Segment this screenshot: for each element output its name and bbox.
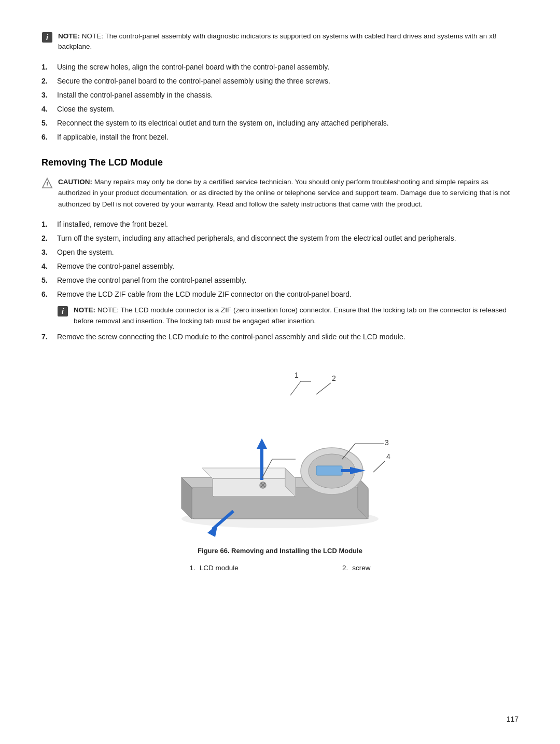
svg-rect-18 (341, 469, 351, 472)
step-text-2: Secure the control-panel board to the co… (57, 77, 330, 85)
lcd-diagram-svg: 1 2 3 4 (150, 358, 410, 540)
lcd-diagram: 1 2 3 4 (150, 358, 410, 540)
step-text-3: Install the control-panel assembly in th… (57, 91, 213, 99)
step-num-1: 1. (41, 62, 48, 73)
caution-content: Many repairs may only be done by a certi… (58, 178, 510, 208)
svg-line-29 (316, 383, 331, 394)
remove-step-text-5: Remove the control panel from the contro… (57, 276, 246, 284)
step-text-5: Reconnect the system to its electrical o… (57, 119, 389, 127)
figure-label-1: 1. LCD module (190, 564, 239, 572)
figure-label-text-2: screw (352, 564, 370, 572)
remove-step-2: 2.Turn off the system, including any att… (57, 233, 519, 244)
figure-label-2: 2. screw (342, 564, 371, 572)
svg-marker-20 (257, 438, 267, 449)
remove-step-num-7: 7. (41, 332, 48, 342)
note-text-1: NOTE: NOTE: The control-panel assembly w… (58, 31, 519, 52)
svg-text:3: 3 (385, 438, 389, 447)
remove-step-text-4: Remove the control-panel assembly. (57, 262, 174, 270)
note-label-1: NOTE: (58, 32, 80, 40)
install-step-5: 5.Reconnect the system to its electrical… (57, 118, 519, 129)
step-text-6: If applicable, install the front bezel. (57, 133, 169, 141)
remove-step-num-5: 5. (41, 275, 48, 286)
step-text-4: Close the system. (57, 105, 115, 113)
remove-step-text-2: Turn off the system, including any attac… (57, 234, 456, 242)
figure-label-num-1: 1. (190, 564, 195, 572)
step-num-6: 6. (41, 132, 48, 143)
svg-text:!: ! (46, 181, 48, 187)
install-step-3: 3.Install the control-panel assembly in … (57, 90, 519, 101)
figure-labels: 1. LCD module 2. screw (190, 564, 371, 572)
figure-area: 1 2 3 4 Figure 66. Removing and Installi… (41, 358, 519, 572)
note-content-1: NOTE: The control-panel assembly with di… (58, 32, 496, 50)
svg-line-34 (373, 461, 385, 472)
svg-marker-12 (202, 468, 296, 478)
svg-rect-11 (213, 478, 296, 497)
svg-rect-16 (316, 466, 342, 475)
step7-list: 7.Remove the screw connecting the LCD mo… (41, 332, 519, 342)
remove-step-text-6: Remove the LCD ZIF cable from the LCD mo… (57, 290, 352, 298)
remove-step-num-1: 1. (41, 219, 48, 230)
note-label-2: NOTE: (74, 306, 95, 314)
section-heading: Removing The LCD Module (41, 157, 519, 168)
step-num-5: 5. (41, 118, 48, 129)
svg-line-23 (290, 381, 301, 395)
remove-step-num-2: 2. (41, 233, 48, 244)
remove-step-6: 6.Remove the LCD ZIF cable from the LCD … (57, 289, 519, 300)
note-text-2: NOTE: NOTE: The LCD module connector is … (74, 305, 519, 326)
remove-step-text-1: If installed, remove the front bezel. (57, 220, 168, 228)
remove-step-4: 4.Remove the control-panel assembly. (57, 261, 519, 272)
note-box-1: i NOTE: NOTE: The control-panel assembly… (41, 31, 519, 52)
remove-step-1: 1.If installed, remove the front bezel. (57, 219, 519, 230)
page-number: 117 (507, 715, 519, 723)
figure-label-text-1: LCD module (200, 564, 239, 572)
install-step-6: 6.If applicable, install the front bezel… (57, 132, 519, 143)
note-content-2: NOTE: The LCD module connector is a ZIF … (74, 306, 507, 324)
remove-step-text-3: Open the system. (57, 248, 114, 256)
remove-step-text-7: Remove the screw connecting the LCD modu… (57, 333, 405, 341)
caution-box: ! CAUTION: Many repairs may only be done… (41, 176, 519, 210)
remove-step-3: 3.Open the system. (57, 247, 519, 258)
install-steps-list: 1.Using the screw holes, align the contr… (41, 62, 519, 143)
install-step-1: 1.Using the screw holes, align the contr… (57, 62, 519, 73)
remove-step-5: 5.Remove the control panel from the cont… (57, 275, 519, 286)
caution-label: CAUTION: (58, 178, 92, 186)
install-step-2: 2.Secure the control-panel board to the … (57, 76, 519, 87)
install-step-4: 4.Close the system. (57, 104, 519, 115)
step-text-1: Using the screw holes, align the control… (57, 63, 329, 71)
svg-text:2: 2 (332, 374, 336, 382)
note-icon-2: i (57, 306, 68, 317)
note-icon-1: i (41, 32, 53, 43)
svg-text:1: 1 (295, 371, 299, 379)
step-num-4: 4. (41, 104, 48, 115)
figure-label-num-2: 2. (342, 564, 348, 572)
svg-text:4: 4 (386, 452, 390, 461)
caution-text: CAUTION: Many repairs may only be done b… (58, 176, 519, 210)
svg-marker-22 (207, 524, 218, 537)
step-num-2: 2. (41, 76, 48, 87)
remove-step-num-4: 4. (41, 261, 48, 272)
step-num-3: 3. (41, 90, 48, 101)
remove-step-7: 7.Remove the screw connecting the LCD mo… (57, 332, 519, 342)
remove-step-num-6: 6. (41, 289, 48, 300)
caution-icon: ! (41, 177, 53, 189)
remove-steps-list: 1.If installed, remove the front bezel. … (41, 219, 519, 300)
figure-caption: Figure 66. Removing and Installing the L… (198, 547, 362, 555)
note-box-2: i NOTE: NOTE: The LCD module connector i… (57, 305, 519, 326)
remove-step-num-3: 3. (41, 247, 48, 258)
